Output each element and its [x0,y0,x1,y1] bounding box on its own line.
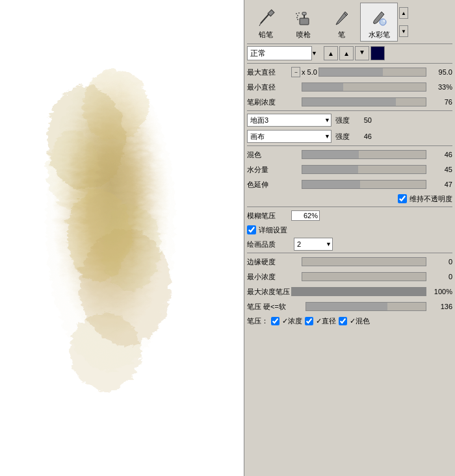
svg-rect-12 [300,18,309,25]
tab-watercolor[interactable]: 水彩笔 [360,3,398,42]
quality-label: 绘画品质 [247,240,291,249]
blend-select-wrapper[interactable]: 正常 [247,46,318,60]
watercolor-icon [369,8,389,29]
divider-1 [247,44,452,44]
min-density-value: 0 [428,273,452,281]
maintain-opacity-row: 维持不透明度 [247,193,452,205]
svg-point-16 [296,17,298,18]
pen-pressure-checkboxes: ✓浓度 ✓直径 ✓混色 [271,316,370,326]
detailed-settings-row: 详细设置 [247,224,452,236]
divider-3 [247,110,452,111]
texture2-strength-label: 强度 [335,132,350,142]
svg-point-15 [297,15,298,16]
blur-pressure-row: 模糊笔压 [247,209,452,222]
mix-row: 混色 46 [247,148,452,161]
max-density-pressure-label: 最大浓度笔压 [247,287,291,297]
svg-point-5 [46,130,98,208]
texture2-row: 画布 强度 46 [247,129,452,144]
tab-spray[interactable]: 喷枪 [285,3,322,42]
edge-hardness-slider[interactable] [302,257,426,266]
canvas-area [0,0,240,476]
max-diameter-slider[interactable] [318,68,426,77]
svg-point-18 [296,13,297,14]
panel: 铅笔 喷枪 [244,0,455,476]
min-diameter-value: 33% [428,83,452,91]
divider-5 [247,207,452,207]
edge-hardness-row: 边缘硬度 0 [247,255,452,268]
color-box[interactable] [370,46,385,60]
pen-pressure-label: 笔压 硬<=软 [247,302,306,312]
svg-point-8 [81,68,146,140]
tab-scroll-up-button[interactable]: ▲ [399,7,408,19]
blend-mode-row: 正常 ▲ ▲ ▲ [247,46,452,60]
edge-hardness-label: 边缘硬度 [247,257,291,267]
color-stretch-slider[interactable] [302,180,426,189]
min-diameter-slider[interactable] [302,82,426,92]
mix-label: 混色 [247,150,291,160]
mix-value: 46 [428,151,452,158]
max-density-pressure-value: 100% [428,288,452,295]
tab-pen[interactable]: 笔 [322,3,360,42]
pen-pressure-slider[interactable] [306,302,426,311]
cb-density-checkbox[interactable] [271,317,280,325]
texture1-row: 地面3 强度 50 [247,113,452,127]
texture1-strength-value: 50 [354,116,372,124]
texture1-select[interactable]: 地面3 [247,114,332,127]
cb-mix-checkbox[interactable] [339,317,347,325]
pencil-icon [255,8,276,29]
tab-spray-label: 喷枪 [296,30,311,40]
cb-mix-label: ✓混色 [350,316,370,326]
cb-density-label: ✓浓度 [282,316,302,326]
shape-btn-1[interactable]: ▲ [324,46,338,60]
blur-pressure-label: 模糊笔压 [247,211,291,221]
quality-select-wrapper[interactable]: 2 1 3 4 [294,238,333,251]
spray-icon [293,8,314,29]
detailed-settings-checkbox[interactable] [247,225,256,234]
shape-btn-2[interactable]: ▲ [339,46,354,60]
water-label: 水分量 [247,165,291,175]
tab-pencil-label: 铅笔 [259,30,273,40]
texture1-strength-label: 强度 [335,116,350,125]
color-stretch-row: 色延伸 47 [247,178,452,191]
max-diameter-x-label: x 5.0 [302,68,317,76]
mix-slider[interactable] [302,150,426,159]
tab-pencil[interactable]: 铅笔 [247,3,285,42]
max-diameter-minus-button[interactable]: － [291,67,300,77]
shape-buttons: ▲ ▲ ▲ [324,46,385,60]
blur-pressure-input[interactable] [291,210,320,221]
tab-watercolor-label: 水彩笔 [369,30,390,40]
divider-4 [247,145,452,146]
density-row: 笔刷浓度 76 [247,95,452,108]
blend-mode-select[interactable]: 正常 [247,46,312,60]
min-diameter-label: 最小直径 [247,82,291,92]
max-density-pressure-slider[interactable] [291,287,426,296]
texture1-select-wrapper[interactable]: 地面3 [247,114,332,127]
quality-select[interactable]: 2 1 3 4 [294,238,333,251]
svg-point-17 [297,19,298,20]
min-density-row: 最小浓度 0 [247,270,452,283]
svg-point-19 [298,12,300,14]
tab-scroll-buttons: ▲ ▼ [398,3,408,42]
pen-pressure-value: 136 [428,303,452,310]
tab-scroll-down-button[interactable]: ▼ [399,25,408,37]
texture2-select[interactable]: 画布 [247,130,332,143]
max-diameter-value: 95.0 [428,68,452,76]
pen-pressure-checkboxes-label: 笔压： [247,316,268,326]
svg-rect-14 [302,12,306,15]
cb-diameter-label: ✓直径 [316,316,336,326]
min-density-slider[interactable] [302,272,426,281]
density-value: 76 [428,98,452,106]
svg-point-7 [68,312,140,390]
pen-icon [331,8,352,29]
max-diameter-row: 最大直径 － x 5.0 95.0 [247,66,452,79]
divider-6 [247,253,452,253]
divider-2 [247,63,452,64]
water-slider[interactable] [302,165,426,174]
texture2-select-wrapper[interactable]: 画布 [247,130,332,143]
pen-pressure-row: 笔压 硬<=软 136 [247,300,452,313]
shape-btn-3[interactable]: ▲ [355,46,369,60]
cb-diameter-checkbox[interactable] [305,317,313,325]
detailed-settings-label: 详细设置 [259,225,287,235]
density-slider[interactable] [302,97,426,106]
maintain-opacity-checkbox[interactable] [398,194,407,203]
